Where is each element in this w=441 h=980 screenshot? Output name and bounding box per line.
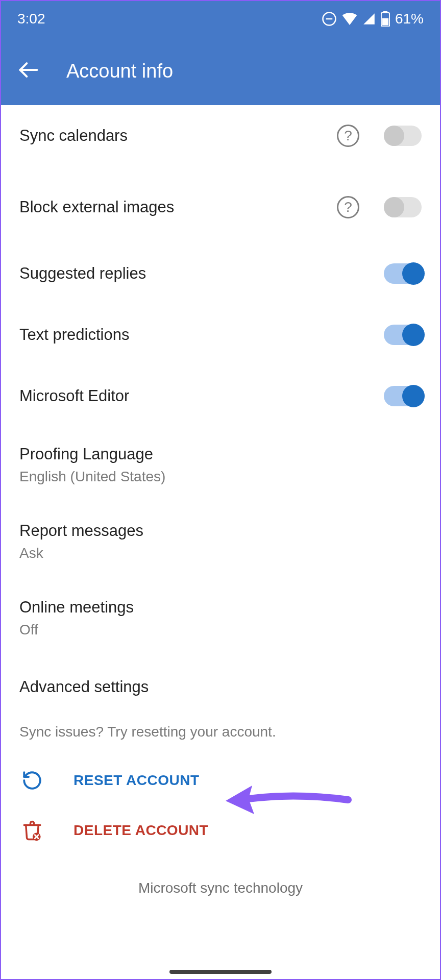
setting-label: Proofing Language (19, 445, 422, 463)
settings-list: Sync calendars ? Block external images ?… (1, 105, 440, 896)
toggle-suggested-replies[interactable] (384, 263, 422, 284)
setting-label: Sync calendars (19, 127, 327, 145)
setting-suggested-replies[interactable]: Suggested replies (1, 243, 440, 304)
setting-microsoft-editor[interactable]: Microsoft Editor (1, 365, 440, 427)
page-title: Account info (66, 60, 173, 82)
footer-text: Microsoft sync technology (1, 855, 440, 896)
toggle-text-predictions[interactable] (384, 325, 422, 345)
help-icon[interactable]: ? (337, 125, 359, 147)
setting-sub: English (United States) (19, 469, 422, 485)
setting-advanced-settings[interactable]: Advanced settings (1, 656, 440, 718)
reset-account-button[interactable]: RESET ACCOUNT (1, 755, 440, 805)
battery-percent: 61% (395, 11, 424, 27)
status-right: 61% (322, 11, 424, 27)
setting-online-meetings[interactable]: Online meetings Off (1, 580, 440, 656)
reset-icon (19, 770, 45, 791)
status-time: 3:02 (17, 11, 45, 27)
setting-label: Advanced settings (19, 678, 422, 696)
setting-report-messages[interactable]: Report messages Ask (1, 503, 440, 580)
setting-sub: Ask (19, 545, 422, 561)
toggle-microsoft-editor[interactable] (384, 386, 422, 406)
delete-account-label: DELETE ACCOUNT (74, 822, 208, 839)
setting-proofing-language[interactable]: Proofing Language English (United States… (1, 427, 440, 503)
setting-sync-calendars[interactable]: Sync calendars ? (1, 105, 440, 166)
reset-account-label: RESET ACCOUNT (74, 772, 200, 789)
trash-icon (19, 820, 45, 841)
sync-helper-text: Sync issues? Try resetting your account. (1, 718, 440, 755)
setting-label: Text predictions (19, 326, 374, 344)
setting-label: Microsoft Editor (19, 387, 374, 405)
wifi-icon (342, 13, 357, 25)
help-icon[interactable]: ? (337, 196, 359, 218)
setting-label: Suggested replies (19, 264, 374, 283)
setting-label: Online meetings (19, 598, 422, 617)
setting-label: Report messages (19, 522, 422, 540)
battery-icon (381, 11, 390, 27)
toggle-sync-calendars[interactable] (384, 126, 422, 146)
delete-account-button[interactable]: DELETE ACCOUNT (1, 805, 440, 855)
app-bar: Account info (1, 37, 440, 105)
dnd-icon (322, 11, 337, 27)
status-bar: 3:02 61% (1, 1, 440, 37)
nav-handle[interactable] (169, 970, 272, 974)
setting-block-external-images[interactable]: Block external images ? (1, 177, 440, 238)
setting-sub: Off (19, 622, 422, 638)
setting-label: Block external images (19, 198, 327, 216)
setting-text-predictions[interactable]: Text predictions (1, 304, 440, 365)
cell-signal-icon (362, 12, 376, 26)
toggle-block-external-images[interactable] (384, 197, 422, 217)
back-icon[interactable] (17, 59, 40, 83)
svg-rect-3 (383, 11, 387, 13)
svg-rect-4 (382, 18, 388, 26)
